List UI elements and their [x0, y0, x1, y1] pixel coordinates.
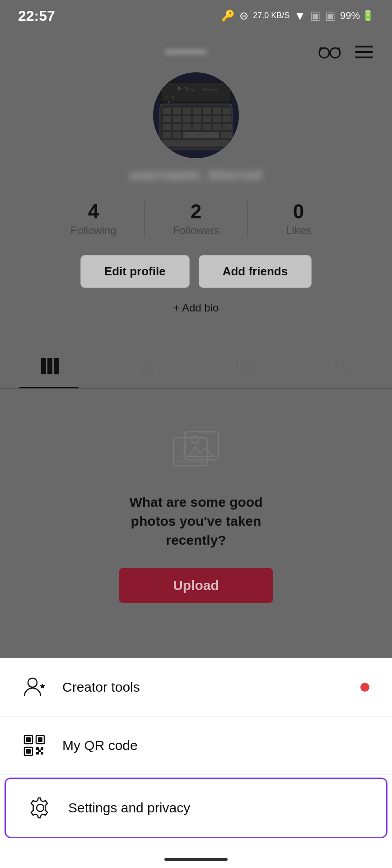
qr-icon — [23, 734, 46, 757]
svg-rect-24 — [183, 124, 191, 130]
svg-rect-67 — [36, 752, 39, 755]
svg-point-49 — [146, 367, 148, 369]
svg-text:=: = — [172, 95, 174, 99]
svg-rect-30 — [173, 132, 181, 138]
svg-text:⌫: ⌫ — [168, 100, 170, 104]
signal-icon-2: ▣ — [325, 9, 336, 22]
creator-tools-item-icon — [23, 675, 46, 699]
likes-count: 0 — [293, 201, 304, 222]
home-indicator — [164, 858, 228, 861]
svg-rect-43 — [41, 358, 46, 374]
svg-rect-69 — [38, 750, 41, 752]
empty-photos-icon — [169, 425, 223, 479]
svg-rect-55 — [185, 432, 219, 460]
svg-rect-18 — [193, 116, 201, 122]
empty-state: What are some good photos you've taken r… — [0, 398, 392, 603]
creator-tools-notification-dot — [360, 683, 369, 692]
stat-likes[interactable]: 0 Likes — [247, 196, 350, 241]
key-icon: 🔑 — [221, 9, 235, 22]
svg-point-58 — [28, 678, 37, 687]
creator-glasses-icon[interactable] — [318, 44, 341, 60]
posts-grid-icon — [39, 356, 59, 376]
svg-text:Pr Sc: Pr Sc — [178, 87, 189, 91]
svg-rect-68 — [41, 752, 43, 755]
svg-rect-22 — [163, 124, 171, 130]
avatar: Pr Sc ⏻ Backspace + = ⌫ 1 — [153, 72, 239, 158]
svg-rect-2 — [355, 46, 373, 47]
followers-label: Followers — [173, 224, 219, 237]
svg-rect-19 — [203, 116, 211, 122]
svg-rect-14 — [223, 108, 231, 114]
profile-section: Pr Sc ⏻ Backspace + = ⌫ 1 username_blurr… — [0, 72, 392, 319]
tagged-icon — [235, 356, 256, 377]
creator-tools-item[interactable]: Creator tools — [0, 658, 392, 717]
svg-rect-15 — [163, 116, 171, 122]
svg-rect-8 — [163, 108, 171, 114]
person-star-icon — [23, 675, 46, 699]
svg-rect-17 — [183, 116, 191, 122]
qr-code-item[interactable]: My QR code — [0, 717, 392, 775]
svg-rect-4 — [355, 57, 373, 58]
status-time: 22:57 — [18, 8, 55, 24]
wifi-icon: ▼ — [294, 9, 306, 23]
svg-rect-21 — [223, 116, 231, 122]
svg-rect-32 — [221, 132, 233, 138]
tab-bar — [0, 344, 392, 389]
upload-button[interactable]: Upload — [119, 568, 273, 603]
tab-posts[interactable] — [0, 344, 98, 388]
stat-followers[interactable]: 2 Followers — [145, 196, 247, 241]
svg-rect-28 — [223, 124, 233, 130]
following-count: 4 — [88, 201, 99, 222]
network-speed: 27.0 KB/S — [253, 11, 289, 20]
svg-rect-10 — [183, 108, 191, 114]
qr-code-item-icon — [23, 734, 46, 757]
svg-rect-45 — [54, 358, 59, 374]
top-nav: •••••••• — [0, 32, 392, 72]
add-friends-button[interactable]: Add friends — [199, 255, 312, 288]
svg-text:+: + — [165, 95, 167, 99]
edit-profile-button[interactable]: Edit profile — [80, 255, 190, 288]
add-bio-button[interactable]: + Add bio — [164, 297, 228, 319]
empty-state-text: What are some good photos you've taken r… — [106, 493, 286, 550]
svg-rect-44 — [47, 358, 52, 374]
minus-circle-icon: ⊖ — [239, 9, 248, 22]
liked-heart-icon — [333, 356, 354, 377]
svg-rect-9 — [173, 108, 181, 114]
nav-icons — [318, 44, 374, 60]
svg-rect-16 — [173, 116, 181, 122]
svg-text:Backspace: Backspace — [203, 88, 218, 91]
svg-rect-11 — [193, 108, 201, 114]
lock-icon — [138, 356, 157, 377]
tab-liked[interactable] — [294, 344, 392, 388]
creator-tools-label: Creator tools — [62, 679, 344, 695]
gear-icon — [28, 796, 52, 820]
stat-following[interactable]: 4 Following — [42, 196, 145, 241]
svg-point-70 — [37, 804, 44, 811]
action-buttons: Edit profile Add friends — [80, 255, 312, 288]
hamburger-menu-icon[interactable] — [354, 44, 374, 60]
svg-rect-26 — [203, 124, 211, 130]
settings-label: Settings and privacy — [68, 800, 364, 816]
battery-indicator: 99% 🔋 — [340, 10, 374, 22]
following-label: Following — [70, 224, 116, 237]
status-bar: 22:57 🔑 ⊖ 27.0 KB/S ▼ ▣ ▣ 99% 🔋 — [0, 0, 392, 32]
svg-rect-27 — [213, 124, 221, 130]
qr-code-label: My QR code — [62, 738, 369, 753]
svg-rect-60 — [26, 737, 31, 742]
svg-rect-25 — [193, 124, 201, 130]
tab-locked[interactable] — [98, 344, 196, 388]
tab-tagged[interactable] — [196, 344, 294, 388]
svg-rect-23 — [173, 124, 181, 130]
battery-icon-shape: 🔋 — [362, 10, 374, 22]
nav-username: •••••••• — [54, 44, 318, 60]
signal-icon: ▣ — [310, 9, 321, 22]
status-icons: 🔑 ⊖ 27.0 KB/S ▼ ▣ ▣ 99% 🔋 — [221, 9, 374, 23]
battery-percent: 99% — [340, 10, 360, 22]
followers-count: 2 — [191, 201, 201, 222]
svg-rect-12 — [203, 108, 211, 114]
svg-rect-3 — [355, 51, 373, 53]
profile-username: username_blurred — [130, 167, 262, 183]
screen: 22:57 🔑 ⊖ 27.0 KB/S ▼ ▣ ▣ 99% 🔋 •••••••• — [0, 0, 392, 868]
settings-item[interactable]: Settings and privacy — [6, 779, 386, 837]
stats-row: 4 Following 2 Followers 0 Likes — [42, 196, 350, 241]
